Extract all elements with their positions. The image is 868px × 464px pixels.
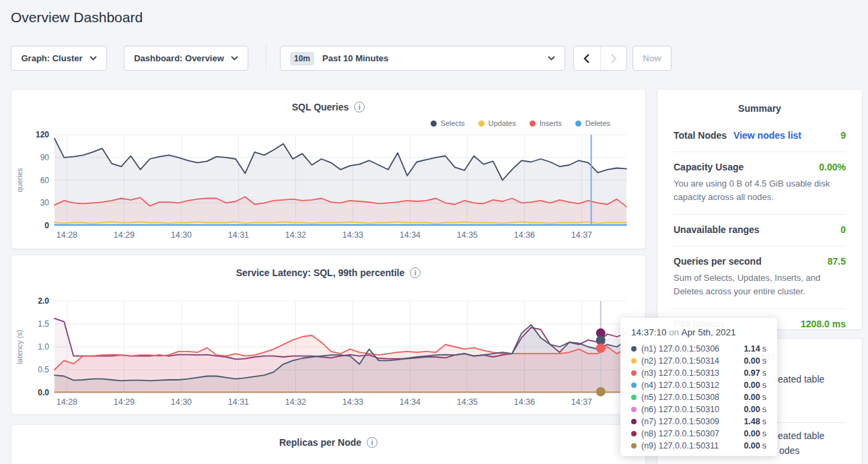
legend-dot [530, 121, 536, 127]
graph-dropdown-label: Graph: Cluster [21, 53, 82, 63]
unavailable-ranges-label: Unavailable ranges [674, 224, 760, 235]
dashboard-dropdown-label: Dashboard: Overview [134, 53, 224, 63]
svg-text:60: 60 [40, 176, 50, 185]
svg-text:14:37: 14:37 [571, 397, 592, 407]
sql-chart-legend: SelectsUpdatesInsertsDeletes [431, 119, 610, 127]
sql-queries-title: SQL Queries [292, 102, 349, 112]
tooltip-row: (n2) 127.0.0.1:503140.00s [631, 355, 766, 367]
tooltip-row: (n8) 127.0.0.1:503070.00s [631, 428, 766, 440]
tooltip-node-label: (n8) 127.0.0.1:50307 [641, 429, 719, 438]
svg-text:14:33: 14:33 [342, 230, 363, 240]
tooltip-node-value: 1.14s [744, 344, 766, 354]
now-button[interactable]: Now [632, 46, 672, 71]
tooltip-node-unit: s [762, 417, 766, 426]
legend-dot [478, 121, 484, 127]
svg-text:0.5: 0.5 [38, 365, 49, 374]
legend-dot [431, 121, 437, 127]
info-icon[interactable]: i [354, 102, 365, 112]
tooltip-row: (n1) 127.0.0.1:503061.14s [631, 343, 766, 355]
svg-text:14:29: 14:29 [114, 230, 135, 240]
legend-label: Inserts [540, 119, 562, 127]
graph-dropdown[interactable]: Graph: Cluster [11, 46, 107, 71]
legend-label: Selects [441, 119, 465, 127]
tooltip-node-unit: s [762, 344, 766, 354]
capacity-usage-desc: You are using 0 B of 4.5 GiB usable disk… [674, 177, 846, 203]
svg-text:0.0: 0.0 [38, 388, 49, 397]
svg-text:queries: queries [15, 168, 24, 193]
legend-item-inserts[interactable]: Inserts [530, 119, 562, 127]
prev-time-button[interactable] [574, 46, 600, 70]
replicas-per-node-title: Replicas per Node [279, 437, 361, 448]
series-color-dot [631, 443, 637, 449]
tooltip-row: (n9) 127.0.0.1:503110.00s [631, 440, 766, 452]
legend-item-selects[interactable]: Selects [431, 119, 465, 127]
summary-title: Summary [674, 90, 846, 121]
svg-text:14:35: 14:35 [457, 230, 478, 240]
total-nodes-label: Total Nodes [674, 130, 727, 141]
svg-text:14:36: 14:36 [514, 397, 535, 407]
chevron-down-icon [231, 56, 238, 61]
tooltip-node-label: (n9) 127.0.0.1:50311 [641, 441, 719, 451]
info-icon[interactable]: i [410, 267, 421, 278]
tooltip-node-unit: s [762, 429, 766, 438]
capacity-usage-value: 0.00% [819, 162, 846, 172]
svg-text:30: 30 [40, 198, 50, 207]
tooltip-node-label: (n6) 127.0.0.1:50310 [641, 405, 719, 414]
total-nodes-value: 9 [840, 130, 846, 141]
tooltip-node-label: (n3) 127.0.0.1:50313 [641, 368, 719, 378]
unavailable-ranges-value: 0 [840, 224, 846, 235]
summary-panel: Summary Total Nodes View nodes list 9 Ca… [657, 89, 863, 330]
tooltip-node-value: 0.00s [744, 356, 766, 366]
event-row-fragment: eated table [778, 374, 824, 385]
svg-text:14:37: 14:37 [571, 230, 592, 240]
tooltip-row: (n5) 127.0.0.1:503080.00s [631, 391, 766, 403]
svg-text:2.0: 2.0 [38, 296, 49, 306]
service-latency-card: Service Latency: SQL, 99th percentile i … [11, 255, 646, 415]
p99-latency-value: 1208.0 ms [801, 319, 846, 329]
svg-text:14:31: 14:31 [228, 397, 249, 407]
tooltip-node-unit: s [762, 441, 766, 451]
svg-text:120: 120 [36, 130, 49, 139]
time-step-buttons [573, 46, 627, 71]
svg-text:14:36: 14:36 [514, 230, 535, 240]
time-range-selector[interactable]: 10m Past 10 Minutes [280, 46, 565, 71]
series-color-dot [631, 358, 637, 364]
service-latency-chart[interactable]: 0.00.51.01.52.014:2814:2914:3014:3114:32… [11, 294, 647, 410]
series-color-dot [631, 370, 637, 376]
chevron-down-icon [89, 56, 97, 61]
qps-desc: Sum of Selects, Updates, Inserts, and De… [674, 271, 846, 298]
svg-text:14:32: 14:32 [285, 397, 306, 407]
svg-text:latency (s): latency (s) [15, 330, 24, 364]
view-nodes-list-link[interactable]: View nodes list [733, 130, 801, 141]
sql-queries-chart[interactable]: 030609012014:2814:2914:3014:3114:3214:33… [11, 129, 647, 244]
summary-row-total-nodes: Total Nodes View nodes list 9 [674, 121, 846, 152]
svg-text:14:28: 14:28 [57, 230, 77, 240]
chevron-down-icon [548, 56, 555, 61]
tooltip-row: (n3) 127.0.0.1:503130.97s [631, 367, 766, 379]
time-range-label: Past 10 Minutes [322, 53, 388, 63]
series-color-dot [631, 383, 637, 388]
dashboard-dropdown[interactable]: Dashboard: Overview [124, 46, 248, 71]
legend-dot [575, 121, 581, 127]
tooltip-node-unit: s [762, 356, 766, 366]
svg-text:14:35: 14:35 [457, 397, 478, 407]
hover-tooltip: 14:37:10 on Apr 5th, 2021 (n1) 127.0.0.1… [620, 318, 777, 456]
tooltip-node-value: 1.48s [744, 417, 766, 426]
tooltip-rows: (n1) 127.0.0.1:503061.14s(n2) 127.0.0.1:… [631, 343, 766, 452]
tooltip-node-label: (n7) 127.0.0.1:50309 [641, 417, 719, 426]
legend-item-updates[interactable]: Updates [478, 119, 516, 127]
series-color-dot [631, 407, 637, 412]
svg-text:14:30: 14:30 [171, 397, 192, 407]
tooltip-node-label: (n2) 127.0.0.1:50314 [641, 356, 719, 366]
info-icon[interactable]: i [367, 437, 377, 448]
summary-row-qps: Queries per second 87.5 Sum of Selects, … [674, 246, 846, 308]
tooltip-row: (n4) 127.0.0.1:503120.00s [631, 379, 766, 391]
next-time-button[interactable] [600, 46, 627, 70]
sql-queries-card: SQL Queries i SelectsUpdatesInsertsDelet… [11, 89, 646, 249]
svg-text:14:34: 14:34 [400, 230, 421, 240]
toolbar-divider [266, 45, 266, 71]
capacity-usage-label: Capacity Usage [674, 162, 744, 172]
legend-item-deletes[interactable]: Deletes [575, 119, 610, 127]
tooltip-node-value: 0.00s [744, 393, 766, 402]
summary-row-unavailable-ranges: Unavailable ranges 0 [674, 214, 846, 246]
